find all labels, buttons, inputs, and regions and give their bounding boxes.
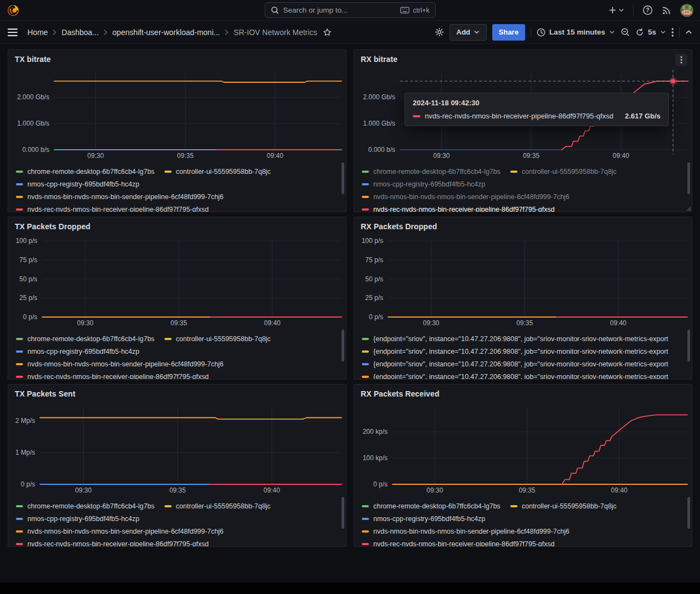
panel-title[interactable]: RX Packets Received	[361, 389, 440, 401]
favorite-button[interactable]	[323, 28, 332, 37]
legend-swatch	[362, 363, 369, 365]
svg-text:09:35: 09:35	[516, 319, 533, 327]
refresh-picker[interactable]: 5s	[635, 28, 666, 37]
chevron-right-icon	[103, 29, 108, 36]
legend-item[interactable]: nmos-cpp-registry-695bdf4fb5-hc4zp	[16, 178, 139, 190]
legend-item[interactable]: {endpoint="sriov", instance="10.47.27.20…	[362, 332, 684, 345]
legend-item[interactable]: chrome-remote-desktop-6b7ffc6cb4-lg7bs	[16, 165, 155, 178]
legend-item[interactable]: nvds-rec-nvds-nmos-bin-receiver-pipeline…	[362, 203, 555, 212]
legend-item[interactable]: nmos-cpp-registry-695bdf4fb5-hc4zp	[16, 345, 139, 358]
panel-title[interactable]: TX Packets Sent	[15, 389, 75, 401]
svg-text:200 kp/s: 200 kp/s	[363, 428, 388, 435]
tooltip-series-value: 2.617 Gb/s	[625, 112, 661, 120]
collapse-toolbar-button[interactable]	[685, 29, 692, 36]
panel-title[interactable]: RX Packets Dropped	[361, 222, 437, 234]
time-series-chart[interactable]: 09:3009:3509:400 p/s100 kp/s200 kp/s	[354, 401, 692, 495]
legend-item[interactable]: controller-ui-55595958bb-7q8jc	[164, 165, 271, 178]
legend-swatch	[164, 505, 172, 507]
legend-item[interactable]: nvds-rec-nvds-nmos-bin-receiver-pipeline…	[362, 538, 555, 546]
new-menu-button[interactable]	[608, 6, 624, 14]
svg-text:2.000 Gb/s: 2.000 Gb/s	[363, 93, 395, 101]
legend-item[interactable]: chrome-remote-desktop-6b7ffc6cb4-lg7bs	[362, 165, 500, 178]
legend-item[interactable]: nmos-cpp-registry-695bdf4fb5-hc4zp	[16, 512, 139, 525]
legend-item[interactable]: nvds-nmos-bin-nvds-nmos-bin-sender-pipel…	[362, 525, 570, 538]
svg-text:09:35: 09:35	[519, 486, 535, 494]
svg-text:09:35: 09:35	[523, 152, 539, 160]
search-shortcut: ctrl+k	[400, 7, 429, 14]
legend-swatch	[362, 171, 369, 173]
legend-swatch	[362, 208, 369, 211]
legend-item[interactable]: controller-ui-55595958bb-7q8jc	[164, 500, 271, 512]
legend-item[interactable]: nmos-cpp-registry-695bdf4fb5-hc4zp	[362, 178, 485, 190]
legend-item[interactable]: nmos-cpp-registry-695bdf4fb5-hc4zp	[362, 512, 485, 525]
panel-legend: {endpoint="sriov", instance="10.47.27.20…	[354, 328, 692, 379]
add-button[interactable]: Add	[449, 24, 487, 41]
help-button[interactable]: ?	[642, 5, 653, 15]
breadcrumb-folder[interactable]: openshift-user-workload-moni...	[112, 28, 220, 37]
dashboard-settings-button[interactable]	[435, 27, 444, 37]
legend-label: {endpoint="sriov", instance="10.47.27.20…	[373, 348, 668, 355]
legend-item[interactable]: chrome-remote-desktop-6b7ffc6cb4-lg7bs	[16, 332, 155, 345]
legend-item[interactable]: nvds-rec-nvds-nmos-bin-receiver-pipeline…	[16, 370, 209, 379]
panel-resize-handle[interactable]	[686, 206, 691, 211]
legend-item[interactable]: nvds-nmos-bin-nvds-nmos-bin-sender-pipel…	[362, 190, 570, 203]
legend-item[interactable]: controller-ui-55595958bb-7q8jc	[510, 500, 617, 512]
legend-item[interactable]: chrome-remote-desktop-6b7ffc6cb4-lg7bs	[16, 500, 155, 512]
dashboard-grid: TX bitrate 09:3009:3509:400.000 b/s1.000…	[0, 44, 700, 547]
svg-text:09:30: 09:30	[87, 152, 104, 160]
legend-swatch	[16, 363, 23, 365]
keyboard-icon	[400, 7, 409, 14]
help-icon: ?	[642, 5, 653, 15]
time-series-chart[interactable]: 09:3009:3509:400 p/s25 p/s50 p/s75 p/s10…	[354, 234, 692, 328]
legend-item[interactable]: controller-ui-55595958bb-7q8jc	[510, 165, 617, 178]
time-series-chart[interactable]: 09:3009:3509:400.000 b/s1.000 Gb/s2.000 …	[8, 66, 346, 161]
legend-item[interactable]: nvds-nmos-bin-nvds-nmos-bin-sender-pipel…	[16, 358, 224, 370]
panel-menu-button[interactable]	[675, 54, 687, 66]
legend-item[interactable]: controller-ui-55595958bb-7q8jc	[164, 332, 271, 345]
panel-legend: chrome-remote-desktop-6b7ffc6cb4-lg7bsco…	[354, 161, 692, 212]
chart-svg: 09:3009:3509:400.000 b/s1.000 Gb/s2.000 …	[8, 66, 346, 161]
panel-rx-packets-received: RX Packets Received 09:3009:3509:400 p/s…	[354, 384, 692, 547]
legend-swatch	[362, 376, 369, 378]
svg-text:0 p/s: 0 p/s	[21, 480, 35, 488]
panel-rx-packets-dropped: RX Packets Dropped 09:3009:3509:400 p/s2…	[354, 217, 692, 380]
breadcrumb-home[interactable]: Home	[27, 28, 48, 37]
legend-label: nmos-cpp-registry-695bdf4fb5-hc4zp	[27, 180, 139, 188]
svg-text:75 p/s: 75 p/s	[19, 256, 37, 264]
search-input[interactable]: Search or jump to... ctrl+k	[265, 2, 436, 18]
news-button[interactable]	[662, 5, 671, 15]
legend-item[interactable]: nvds-nmos-bin-nvds-nmos-bin-sender-pipel…	[16, 190, 224, 203]
breadcrumb-dashboards[interactable]: Dashboa...	[61, 28, 99, 37]
toolbar-kebab-button[interactable]	[671, 28, 674, 37]
panel-legend: chrome-remote-desktop-6b7ffc6cb4-lg7bsco…	[8, 328, 346, 379]
svg-text:25 p/s: 25 p/s	[365, 294, 383, 302]
chevron-down-icon	[660, 29, 666, 35]
kebab-icon	[671, 28, 674, 37]
legend-label: nmos-cpp-registry-695bdf4fb5-hc4zp	[27, 515, 139, 523]
panel-title[interactable]: TX Packets Dropped	[15, 222, 90, 234]
time-series-chart[interactable]: 09:3009:3509:400 p/s25 p/s50 p/s75 p/s10…	[8, 234, 346, 328]
share-button[interactable]: Share	[492, 24, 525, 41]
svg-text:2.000 Gb/s: 2.000 Gb/s	[17, 93, 49, 101]
time-series-chart[interactable]: 09:3009:3509:400 p/s1 Mp/s2 Mp/s	[8, 401, 346, 495]
divider	[531, 27, 531, 38]
legend-swatch	[362, 518, 369, 520]
legend-item[interactable]: chrome-remote-desktop-6b7ffc6cb4-lg7bs	[362, 500, 500, 512]
legend-label: chrome-remote-desktop-6b7ffc6cb4-lg7bs	[27, 502, 155, 510]
zoom-out-button[interactable]	[621, 27, 630, 37]
svg-text:09:30: 09:30	[426, 486, 443, 494]
svg-text:2 Mp/s: 2 Mp/s	[15, 417, 35, 425]
legend-item[interactable]: {endpoint="sriov", instance="10.47.27.20…	[362, 345, 684, 358]
grafana-logo[interactable]	[7, 3, 21, 18]
clock-icon	[537, 28, 545, 37]
legend-item[interactable]: {endpoint="sriov", instance="10.47.27.20…	[362, 370, 684, 379]
user-avatar[interactable]	[680, 4, 693, 17]
legend-item[interactable]: nvds-nmos-bin-nvds-nmos-bin-sender-pipel…	[16, 525, 224, 538]
legend-item[interactable]: nvds-rec-nvds-nmos-bin-receiver-pipeline…	[16, 203, 209, 212]
legend-item[interactable]: nvds-rec-nvds-nmos-bin-receiver-pipeline…	[16, 538, 209, 546]
time-range-picker[interactable]: Last 15 minutes	[537, 28, 615, 37]
legend-item[interactable]: {endpoint="sriov", instance="10.47.27.20…	[362, 358, 684, 370]
panel-title[interactable]: RX bitrate	[361, 55, 397, 66]
panel-title[interactable]: TX bitrate	[15, 55, 51, 66]
mega-menu-toggle[interactable]	[8, 29, 18, 36]
